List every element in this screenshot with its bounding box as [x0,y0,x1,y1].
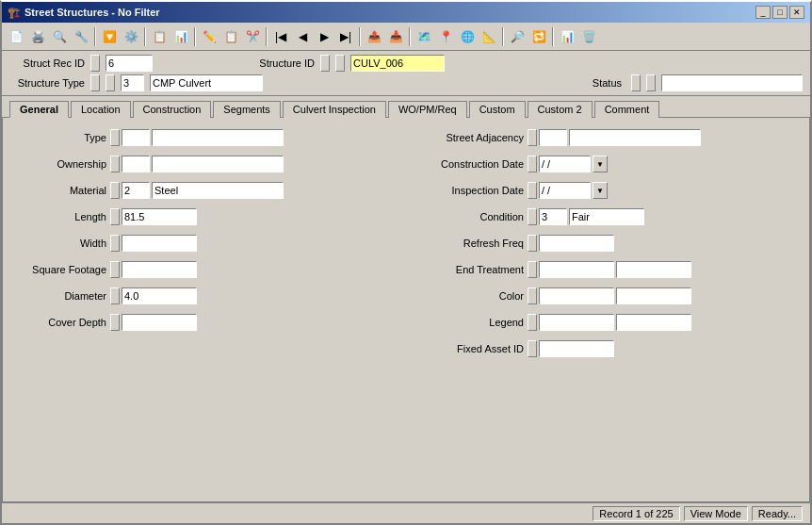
diameter-field [110,287,197,304]
color-num-input[interactable] [539,287,614,304]
view2-button[interactable]: 📊 [171,26,191,47]
first-button[interactable]: |◀ [270,26,291,47]
separator-2 [144,27,146,46]
last-button[interactable]: ▶| [335,26,356,47]
square-footage-field [110,261,197,278]
structure-type-name-input[interactable] [150,74,263,91]
legend-num-input[interactable] [539,314,614,331]
street-adjacency-num-input[interactable] [539,129,567,146]
minimize-button[interactable]: _ [755,6,771,19]
next-button[interactable]: ▶ [314,26,334,47]
tab-construction[interactable]: Construction [133,101,212,118]
construction-date-label: Construction Date [415,158,524,170]
end-treatment-input[interactable] [539,261,614,278]
square-footage-row: Square Footage [12,259,397,280]
color-indicator [528,287,537,304]
window-title: Street Structures - No Filter [24,7,160,18]
tab-culvert-inspection[interactable]: Culvert Inspection [283,101,386,118]
separator-1 [94,27,96,46]
refresh-freq-input[interactable] [539,235,614,252]
inspection-date-dropdown[interactable]: ▼ [593,182,608,199]
structure-id-input[interactable] [350,55,445,72]
fixed-asset-id-input[interactable] [539,340,614,357]
refresh-button[interactable]: 🔁 [528,26,549,47]
import-button[interactable]: 📥 [385,26,406,47]
report-button[interactable]: 📊 [557,26,577,47]
main-window: 🏗️ Street Structures - No Filter _ □ ✕ 📄… [0,0,812,525]
legend-value-input[interactable] [616,314,691,331]
structure-id-indicator [320,55,330,72]
tab-general[interactable]: General [9,101,69,118]
map3-button[interactable]: 🌐 [457,26,478,47]
color-row: Color [415,286,800,306]
title-bar-left: 🏗️ Street Structures - No Filter [8,7,160,19]
filter-button[interactable]: 🔽 [99,26,120,47]
condition-value-input[interactable] [569,208,644,225]
struct-rec-id-input[interactable] [106,55,153,72]
edit-button[interactable]: ✏️ [199,26,219,47]
print-button[interactable]: 🖨️ [27,26,48,47]
status-bar: Record 1 of 225 View Mode Ready... [2,502,810,523]
type-row: Type [12,127,397,148]
inspection-date-label: Inspection Date [415,185,524,196]
search-button[interactable]: 🔍 [49,26,70,47]
width-input[interactable] [122,235,197,252]
end-treatment-value-input[interactable] [616,261,691,278]
construction-date-field: ▼ [528,156,608,172]
record-status: Record 1 of 225 [593,506,679,521]
diameter-input[interactable] [122,287,197,304]
tab-custom2[interactable]: Custom 2 [528,101,593,118]
square-footage-input[interactable] [122,261,197,278]
new-button[interactable]: 📄 [6,26,26,47]
ownership-label: Ownership [12,158,106,170]
separator-8 [552,27,554,46]
search2-button[interactable]: 🔎 [507,26,528,47]
view-button[interactable]: 📋 [149,26,170,47]
filter2-button[interactable]: ⚙️ [121,26,141,47]
ownership-value-input[interactable] [152,156,284,172]
construction-date-input[interactable] [539,156,591,172]
diameter-row: Diameter [12,286,397,306]
tab-comment[interactable]: Comment [594,101,660,118]
construction-date-dropdown[interactable]: ▼ [593,156,608,172]
length-input[interactable] [122,208,197,225]
prev-button[interactable]: ◀ [292,26,313,47]
status-input[interactable] [661,74,803,91]
map2-button[interactable]: 📍 [435,26,456,47]
cover-depth-input[interactable] [122,314,197,331]
square-footage-label: Square Footage [12,264,106,275]
tab-wo-pm-req[interactable]: WO/PM/Req [388,101,467,118]
fixed-asset-id-label: Fixed Asset ID [415,343,524,354]
material-row: Material [12,180,397,201]
condition-num-input[interactable] [539,208,567,225]
tab-segments[interactable]: Segments [213,101,281,118]
toolbar: 📄 🖨️ 🔍 🔧 🔽 ⚙️ 📋 📊 ✏️ 📋 ✂️ |◀ ◀ ▶ ▶| 📤 📥 … [2,23,810,51]
street-adjacency-value-input[interactable] [569,129,701,146]
type-indicator [110,129,120,146]
cut-button[interactable]: ✂️ [242,26,263,47]
cover-depth-indicator [110,314,120,331]
inspection-date-input[interactable] [539,182,591,199]
delete-button[interactable]: 🗑️ [578,26,599,47]
maximize-button[interactable]: □ [772,6,788,19]
copy-button[interactable]: 📋 [220,26,241,47]
tabs-row: General Location Construction Segments C… [9,100,803,117]
material-value-input[interactable] [152,182,284,199]
tools-button[interactable]: 🔧 [71,26,91,47]
cover-depth-field [110,314,197,331]
map-button[interactable]: 🗺️ [414,26,434,47]
close-button[interactable]: ✕ [789,6,804,19]
structure-type-num-input[interactable] [121,74,144,91]
export-button[interactable]: 📤 [364,26,384,47]
color-value-input[interactable] [616,287,691,304]
header-row-1: Struct Rec ID Structure ID [9,55,803,72]
material-num-input[interactable] [122,182,150,199]
type-value-input[interactable] [152,129,284,146]
street-adjacency-indicator [528,129,537,146]
map4-button[interactable]: 📐 [479,26,499,47]
type-num-input[interactable] [122,129,150,146]
tab-custom[interactable]: Custom [469,101,526,118]
length-indicator [110,208,120,225]
ownership-num-input[interactable] [122,156,150,172]
tab-location[interactable]: Location [71,101,131,118]
